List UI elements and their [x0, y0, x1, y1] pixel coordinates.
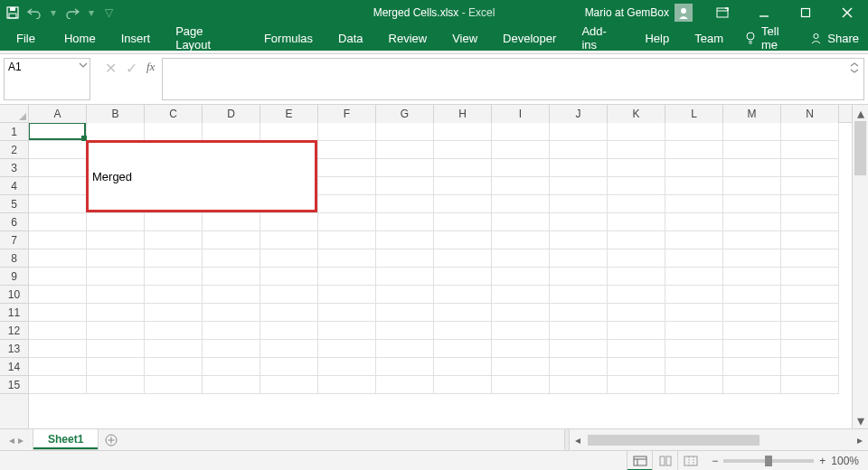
- cell[interactable]: [723, 177, 781, 195]
- zoom-slider[interactable]: [723, 459, 814, 463]
- cell[interactable]: [434, 249, 492, 268]
- cell[interactable]: [318, 376, 376, 394]
- cell[interactable]: [260, 304, 318, 322]
- cell[interactable]: [29, 159, 87, 177]
- cell[interactable]: [723, 268, 781, 286]
- cell[interactable]: [665, 268, 723, 286]
- cell[interactable]: [665, 376, 723, 394]
- cell[interactable]: [318, 268, 376, 286]
- cell[interactable]: [87, 286, 145, 304]
- tab-file[interactable]: File: [0, 25, 52, 51]
- row-header[interactable]: 4: [0, 177, 28, 195]
- close-icon[interactable]: [826, 0, 868, 25]
- cell[interactable]: [376, 286, 434, 304]
- select-all-button[interactable]: [0, 105, 29, 123]
- cell[interactable]: [781, 213, 839, 231]
- cell[interactable]: [376, 159, 434, 177]
- cell[interactable]: [29, 177, 87, 195]
- cell[interactable]: [665, 231, 723, 249]
- column-header[interactable]: G: [376, 105, 434, 123]
- sheet-tab-active[interactable]: Sheet1: [33, 429, 99, 450]
- cell[interactable]: [723, 340, 781, 358]
- cell[interactable]: [260, 322, 318, 340]
- cell[interactable]: [376, 340, 434, 358]
- cell[interactable]: [145, 376, 203, 394]
- cell[interactable]: [781, 177, 839, 195]
- cell[interactable]: [29, 231, 87, 249]
- minimize-icon[interactable]: [743, 0, 785, 25]
- column-header[interactable]: L: [665, 105, 723, 123]
- account-button[interactable]: Mario at GemBox: [576, 4, 702, 22]
- row-header[interactable]: 6: [0, 213, 28, 231]
- ribbon-display-options-icon[interactable]: [702, 0, 743, 25]
- cell[interactable]: [781, 304, 839, 322]
- cell[interactable]: [781, 376, 839, 394]
- cell[interactable]: [203, 376, 260, 394]
- cell[interactable]: [434, 213, 492, 231]
- cell[interactable]: [29, 213, 87, 231]
- cell[interactable]: [434, 322, 492, 340]
- vscroll-track[interactable]: [853, 121, 868, 412]
- row-header[interactable]: 3: [0, 159, 28, 177]
- cell[interactable]: [87, 268, 145, 286]
- cell[interactable]: [608, 322, 665, 340]
- cell[interactable]: [492, 286, 550, 304]
- tab-team[interactable]: Team: [682, 25, 736, 51]
- cell[interactable]: [665, 159, 723, 177]
- cell[interactable]: [550, 177, 608, 195]
- column-header[interactable]: K: [608, 105, 665, 123]
- cell[interactable]: [87, 249, 145, 268]
- cell[interactable]: [318, 340, 376, 358]
- cell[interactable]: [260, 286, 318, 304]
- cell[interactable]: [203, 123, 260, 141]
- cell[interactable]: [550, 304, 608, 322]
- cell[interactable]: [145, 340, 203, 358]
- cell[interactable]: [723, 159, 781, 177]
- cell[interactable]: [376, 213, 434, 231]
- cell[interactable]: [723, 322, 781, 340]
- cell[interactable]: [608, 141, 665, 159]
- cell[interactable]: [492, 249, 550, 268]
- cell[interactable]: [608, 286, 665, 304]
- cell[interactable]: [318, 249, 376, 268]
- cell[interactable]: [550, 376, 608, 394]
- scroll-up-icon[interactable]: ▴: [853, 105, 868, 121]
- cell[interactable]: [260, 340, 318, 358]
- row-header[interactable]: 1: [0, 123, 28, 141]
- cell[interactable]: [318, 159, 376, 177]
- cell[interactable]: [550, 358, 608, 376]
- column-header[interactable]: E: [260, 105, 318, 123]
- cell[interactable]: [723, 141, 781, 159]
- cell[interactable]: [434, 340, 492, 358]
- merged-cell[interactable]: Merged: [87, 141, 316, 212]
- new-sheet-button[interactable]: [99, 429, 124, 450]
- cell[interactable]: [145, 304, 203, 322]
- horizontal-scrollbar[interactable]: ◂ ▸: [570, 429, 868, 450]
- cell[interactable]: [608, 231, 665, 249]
- zoom-in-button[interactable]: +: [819, 455, 826, 467]
- cancel-icon[interactable]: ✕: [105, 60, 117, 77]
- cell[interactable]: [781, 340, 839, 358]
- tab-developer[interactable]: Developer: [490, 25, 569, 51]
- sheet-nav-prev-icon[interactable]: ◂: [9, 434, 14, 446]
- cell[interactable]: [434, 231, 492, 249]
- cell[interactable]: [260, 249, 318, 268]
- cell[interactable]: [318, 286, 376, 304]
- cell[interactable]: [376, 141, 434, 159]
- cell[interactable]: [376, 195, 434, 213]
- tab-help[interactable]: Help: [632, 25, 682, 51]
- scroll-down-icon[interactable]: ▾: [853, 412, 868, 428]
- cell[interactable]: [87, 322, 145, 340]
- cell[interactable]: [723, 286, 781, 304]
- cell[interactable]: [29, 304, 87, 322]
- cell[interactable]: [781, 141, 839, 159]
- cell[interactable]: [29, 286, 87, 304]
- cell[interactable]: [29, 322, 87, 340]
- cell[interactable]: [492, 141, 550, 159]
- cell[interactable]: [29, 123, 87, 141]
- tell-me-button[interactable]: Tell me: [736, 24, 801, 52]
- cell[interactable]: [492, 340, 550, 358]
- cell[interactable]: [260, 123, 318, 141]
- cell[interactable]: [665, 177, 723, 195]
- row-header[interactable]: 9: [0, 268, 28, 286]
